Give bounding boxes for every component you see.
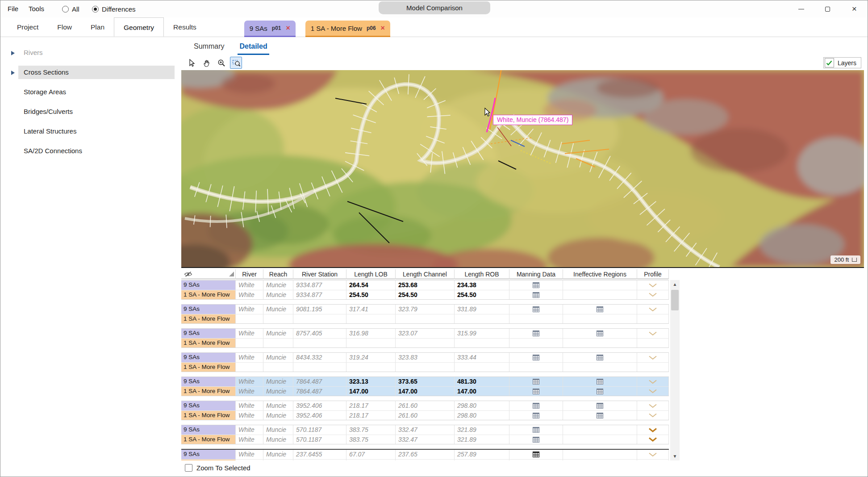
cell-plan-label[interactable]: 9 SAs bbox=[181, 450, 236, 459]
profile-chevron-cell[interactable] bbox=[637, 377, 669, 386]
scroll-up-arrow-icon[interactable]: ▲ bbox=[670, 280, 680, 289]
manning-data-icon-cell[interactable] bbox=[509, 411, 563, 420]
select-tool-button[interactable] bbox=[186, 57, 198, 69]
map-canvas[interactable] bbox=[181, 70, 864, 267]
column-header-river-station[interactable]: River Station bbox=[293, 269, 346, 279]
column-header-length-channel[interactable]: Length Channel bbox=[396, 269, 455, 279]
table-row[interactable]: 9 SAsWhiteMuncie9334.877264.54253.68234.… bbox=[181, 280, 669, 290]
sidebar-item-storage-areas[interactable]: Storage Areas bbox=[18, 85, 175, 99]
expander-arrow-icon[interactable] bbox=[11, 71, 15, 75]
profile-chevron-cell[interactable] bbox=[637, 329, 669, 338]
ineffective-regions-icon-cell[interactable] bbox=[563, 377, 637, 386]
manning-data-icon-cell[interactable] bbox=[509, 387, 563, 396]
tab-plan[interactable]: Plan bbox=[81, 17, 114, 37]
tab-results[interactable]: Results bbox=[164, 17, 206, 37]
zoom-in-tool-button[interactable] bbox=[215, 57, 227, 69]
expander-arrow-icon[interactable] bbox=[11, 51, 15, 55]
radio-differences-circle[interactable] bbox=[92, 6, 99, 13]
sidebar-item-rivers[interactable]: Rivers bbox=[18, 46, 175, 59]
profile-chevron-cell[interactable] bbox=[637, 411, 669, 420]
column-header-river[interactable]: River bbox=[236, 269, 263, 279]
menu-tools[interactable]: Tools bbox=[29, 5, 44, 13]
table-row[interactable]: 1 SA - More FlowWhiteMuncie9334.877254.5… bbox=[181, 290, 669, 299]
sort-corner-icon[interactable] bbox=[229, 272, 234, 276]
column-header-profile[interactable]: Profile bbox=[637, 269, 669, 279]
table-row[interactable]: 1 SA - More Flow bbox=[181, 338, 669, 347]
table-row[interactable]: 1 SA - More Flow bbox=[181, 459, 669, 460]
map-viewport[interactable]: White, Muncie (7864.487) 200 ft bbox=[181, 70, 864, 267]
manning-data-icon-cell[interactable] bbox=[509, 280, 563, 290]
cell-plan-label[interactable]: 9 SAs bbox=[181, 353, 236, 362]
tab-flow[interactable]: Flow bbox=[48, 17, 81, 37]
manning-data-icon-cell[interactable] bbox=[509, 353, 563, 362]
table-row[interactable]: 9 SAsWhiteMuncie570.1187383.75332.47321.… bbox=[181, 425, 669, 435]
manning-data-icon-cell[interactable] bbox=[509, 305, 563, 314]
manning-data-icon-cell[interactable] bbox=[509, 450, 563, 459]
profile-chevron-cell[interactable] bbox=[637, 425, 669, 435]
radio-all-circle[interactable] bbox=[62, 6, 69, 13]
ineffective-regions-icon-cell[interactable] bbox=[563, 411, 637, 420]
cell-plan-label[interactable]: 9 SAs bbox=[181, 377, 236, 386]
table-row[interactable]: 9 SAsWhiteMuncie9081.195317.41323.79331.… bbox=[181, 305, 669, 314]
cell-plan-label[interactable]: 1 SA - More Flow bbox=[181, 460, 236, 460]
manning-data-icon-cell[interactable] bbox=[509, 435, 563, 444]
profile-chevron-cell[interactable] bbox=[637, 450, 669, 459]
cell-plan-label[interactable]: 9 SAs bbox=[181, 305, 236, 314]
profile-chevron-cell[interactable] bbox=[637, 290, 669, 299]
cell-plan-label[interactable]: 1 SA - More Flow bbox=[181, 339, 236, 347]
cell-plan-label[interactable]: 1 SA - More Flow bbox=[181, 363, 236, 372]
profile-chevron-cell[interactable] bbox=[637, 401, 669, 410]
table-row[interactable]: 1 SA - More Flow bbox=[181, 314, 669, 323]
plan-tab-1sa-more-flow[interactable]: 1 SA - More Flow p06 × bbox=[305, 21, 390, 37]
sidebar-item-lateral-structures[interactable]: Lateral Structures bbox=[18, 125, 175, 138]
column-header-reach[interactable]: Reach bbox=[263, 269, 293, 279]
manning-data-icon-cell[interactable] bbox=[509, 401, 563, 410]
cell-plan-label[interactable]: 9 SAs bbox=[181, 401, 236, 410]
menu-file[interactable]: File bbox=[8, 5, 18, 13]
zoom-to-selected-checkbox[interactable] bbox=[185, 464, 192, 472]
ineffective-regions-icon-cell[interactable] bbox=[563, 305, 637, 314]
close-icon[interactable]: × bbox=[286, 24, 290, 32]
table-row[interactable]: 9 SAsWhiteMuncie8434.332319.24323.83333.… bbox=[181, 353, 669, 362]
plan-tab-9sas[interactable]: 9 SAs p01 × bbox=[244, 21, 296, 37]
manning-data-icon-cell[interactable] bbox=[509, 290, 563, 299]
table-row[interactable]: 9 SAsWhiteMuncie7864.487323.13373.65481.… bbox=[181, 377, 669, 386]
table-row[interactable]: 1 SA - More FlowWhiteMuncie3952.406218.1… bbox=[181, 410, 669, 420]
tab-summary[interactable]: Summary bbox=[192, 41, 226, 55]
close-icon[interactable]: × bbox=[381, 24, 385, 32]
column-header-visibility[interactable] bbox=[181, 269, 236, 279]
ineffective-regions-icon-cell[interactable] bbox=[563, 401, 637, 410]
table-row[interactable]: 9 SAsWhiteMuncie237.645567.07237.65257.8… bbox=[181, 450, 669, 459]
tab-detailed[interactable]: Detailed bbox=[238, 41, 269, 55]
close-window-button[interactable]: × bbox=[845, 2, 863, 16]
tab-project[interactable]: Project bbox=[8, 17, 48, 37]
column-header-length-lob[interactable]: Length LOB bbox=[346, 269, 396, 279]
ineffective-regions-icon-cell[interactable] bbox=[563, 387, 637, 396]
tab-geometry[interactable]: Geometry bbox=[114, 17, 164, 37]
cell-plan-label[interactable]: 1 SA - More Flow bbox=[181, 387, 236, 396]
table-row[interactable]: 9 SAsWhiteMuncie3952.406218.17261.60298.… bbox=[181, 401, 669, 410]
ineffective-regions-icon-cell[interactable] bbox=[563, 353, 637, 362]
profile-chevron-cell[interactable] bbox=[637, 387, 669, 396]
manning-data-icon-cell[interactable] bbox=[509, 329, 563, 338]
table-scrollbar[interactable]: ▲ ▼ bbox=[670, 280, 680, 460]
profile-chevron-cell[interactable] bbox=[637, 280, 669, 290]
zoom-window-tool-button[interactable] bbox=[230, 57, 242, 69]
cell-plan-label[interactable]: 1 SA - More Flow bbox=[181, 290, 236, 299]
cell-plan-label[interactable]: 1 SA - More Flow bbox=[181, 314, 236, 323]
radio-differences[interactable]: Differences bbox=[92, 5, 136, 13]
table-row[interactable]: 1 SA - More FlowWhiteMuncie570.1187383.7… bbox=[181, 435, 669, 444]
profile-chevron-cell[interactable] bbox=[637, 305, 669, 314]
table-row[interactable]: 1 SA - More Flow bbox=[181, 362, 669, 372]
table-row[interactable]: 1 SA - More FlowWhiteMuncie7864.487147.0… bbox=[181, 386, 669, 396]
layers-visibility-checkbox[interactable] bbox=[825, 58, 834, 67]
ineffective-regions-icon-cell[interactable] bbox=[563, 329, 637, 338]
cell-plan-label[interactable]: 9 SAs bbox=[181, 280, 236, 290]
manning-data-icon-cell[interactable] bbox=[509, 425, 563, 435]
profile-chevron-cell[interactable] bbox=[637, 435, 669, 444]
minimize-button[interactable] bbox=[793, 2, 810, 16]
sidebar-item-sa2d-connections[interactable]: SA/2D Connections bbox=[18, 144, 175, 158]
profile-chevron-cell[interactable] bbox=[637, 353, 669, 362]
cell-plan-label[interactable]: 9 SAs bbox=[181, 329, 236, 338]
pan-tool-button[interactable] bbox=[200, 57, 213, 69]
